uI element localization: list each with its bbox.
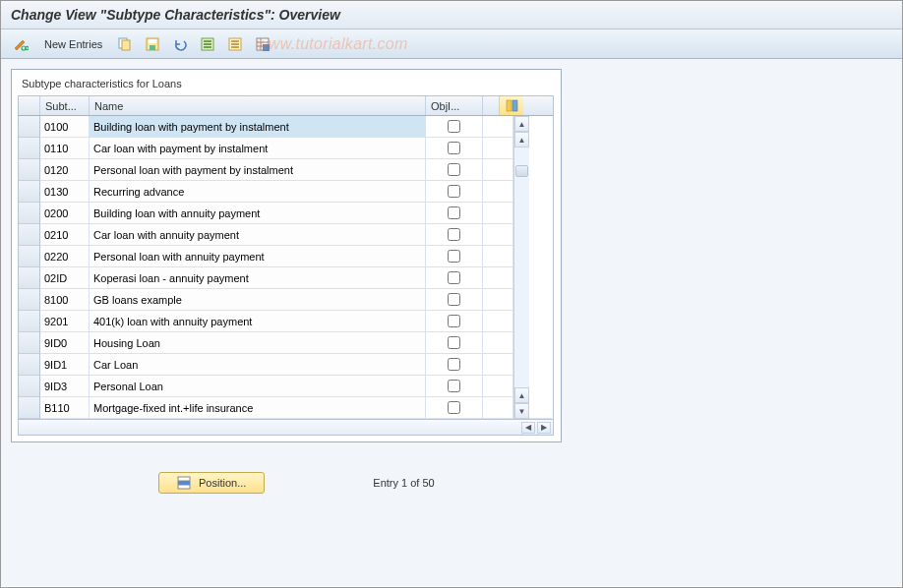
column-header-name[interactable]: Name — [90, 96, 426, 115]
scroll-up-icon[interactable]: ▲ — [514, 116, 529, 132]
obj-checkbox[interactable] — [448, 206, 460, 219]
name-input[interactable] — [90, 397, 425, 418]
subt-input[interactable] — [40, 376, 89, 396]
row-selector[interactable] — [19, 138, 40, 159]
scroll-thumb[interactable] — [515, 165, 528, 177]
cell-obj — [426, 224, 483, 246]
name-input[interactable] — [90, 203, 425, 223]
position-button[interactable]: Position... — [158, 472, 265, 494]
cell-name — [90, 397, 426, 419]
obj-checkbox[interactable] — [448, 185, 460, 198]
table-configure-icon[interactable] — [499, 96, 523, 115]
cell-obj — [426, 159, 483, 181]
cell-obj — [426, 397, 483, 419]
save-icon[interactable] — [142, 34, 163, 54]
row-selector[interactable] — [19, 224, 40, 246]
name-input[interactable] — [90, 224, 425, 245]
row-selector[interactable] — [19, 311, 40, 332]
name-input[interactable] — [90, 246, 425, 266]
row-selector[interactable] — [19, 267, 40, 289]
obj-checkbox[interactable] — [448, 250, 460, 263]
scroll-track[interactable] — [514, 147, 529, 387]
table-row — [19, 311, 513, 332]
new-entries-button[interactable]: New Entries — [38, 36, 108, 52]
row-selector[interactable] — [19, 289, 40, 311]
subt-input[interactable] — [40, 138, 89, 158]
cell-subt — [40, 181, 90, 203]
obj-checkbox[interactable] — [448, 142, 460, 154]
cell-name — [90, 289, 426, 311]
row-selector[interactable] — [19, 116, 40, 138]
pencil-glasses-icon[interactable] — [9, 34, 32, 54]
obj-checkbox[interactable] — [448, 336, 460, 349]
cell-subt — [40, 159, 90, 181]
scroll-left-icon[interactable]: ◀ — [521, 422, 535, 434]
subt-input[interactable] — [40, 116, 89, 137]
subt-input[interactable] — [40, 289, 89, 310]
svg-rect-9 — [204, 43, 211, 45]
name-input[interactable] — [90, 138, 425, 158]
horizontal-scrollbar[interactable]: ◀ ▶ — [18, 420, 554, 436]
subt-input[interactable] — [40, 397, 89, 418]
row-selector[interactable] — [19, 203, 40, 224]
content-area: Subtype characteristics for Loans Subt..… — [1, 59, 902, 586]
row-selector[interactable] — [19, 354, 40, 376]
column-header-obj[interactable]: ObjI... — [426, 96, 483, 115]
subt-input[interactable] — [40, 354, 89, 375]
obj-checkbox[interactable] — [448, 120, 460, 133]
subt-input[interactable] — [40, 203, 89, 223]
row-selector[interactable] — [19, 159, 40, 181]
row-selector[interactable] — [19, 397, 40, 419]
vertical-scrollbar[interactable]: ▲ ▲ ▲ ▼ — [513, 116, 529, 419]
scroll-down-icon[interactable]: ▼ — [514, 403, 529, 419]
scroll-up2-icon[interactable]: ▲ — [514, 132, 529, 147]
subt-input[interactable] — [40, 224, 89, 245]
obj-checkbox[interactable] — [448, 293, 460, 306]
cell-obj — [426, 332, 483, 354]
row-selector[interactable] — [19, 376, 40, 397]
name-input[interactable] — [90, 116, 425, 137]
table-row — [19, 246, 513, 267]
copy-icon[interactable] — [114, 34, 136, 54]
name-input[interactable] — [90, 289, 425, 310]
deselect-all-icon[interactable] — [224, 34, 246, 54]
column-header-subt[interactable]: Subt... — [40, 96, 90, 115]
cell-subt — [40, 203, 90, 224]
row-selector[interactable] — [19, 181, 40, 203]
svg-rect-10 — [204, 46, 211, 48]
row-selector[interactable] — [19, 246, 40, 267]
subt-input[interactable] — [40, 311, 89, 331]
select-all-icon[interactable] — [197, 34, 218, 54]
table-body-wrapper: ▲ ▲ ▲ ▼ — [18, 116, 554, 420]
obj-checkbox[interactable] — [448, 271, 460, 284]
subt-input[interactable] — [40, 159, 89, 180]
scroll-right-icon[interactable]: ▶ — [537, 422, 551, 434]
obj-checkbox[interactable] — [448, 315, 460, 327]
column-header-selector[interactable] — [19, 96, 40, 115]
cell-obj — [426, 267, 483, 289]
subt-input[interactable] — [40, 246, 89, 266]
obj-checkbox[interactable] — [448, 228, 460, 241]
name-input[interactable] — [90, 311, 425, 331]
cell-name — [90, 203, 426, 224]
obj-checkbox[interactable] — [448, 358, 460, 371]
name-input[interactable] — [90, 354, 425, 375]
position-icon — [177, 476, 191, 490]
name-input[interactable] — [90, 267, 425, 288]
name-input[interactable] — [90, 332, 425, 353]
scroll-down2-icon[interactable]: ▲ — [514, 387, 529, 403]
undo-icon[interactable] — [169, 34, 191, 54]
name-input[interactable] — [90, 181, 425, 202]
obj-checkbox[interactable] — [448, 401, 460, 414]
obj-checkbox[interactable] — [448, 380, 460, 392]
cell-subt — [40, 397, 90, 419]
subt-input[interactable] — [40, 267, 89, 288]
subt-input[interactable] — [40, 181, 89, 202]
cell-name — [90, 246, 426, 267]
subt-input[interactable] — [40, 332, 89, 353]
cell-spacer — [483, 376, 513, 397]
obj-checkbox[interactable] — [448, 163, 460, 176]
name-input[interactable] — [90, 376, 425, 396]
name-input[interactable] — [90, 159, 425, 180]
row-selector[interactable] — [19, 332, 40, 354]
